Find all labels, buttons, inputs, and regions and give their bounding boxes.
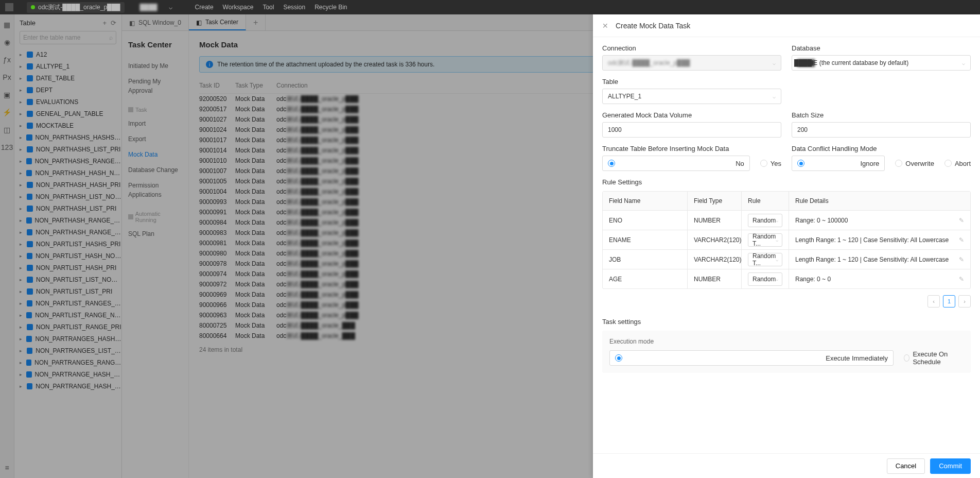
menu-workspace[interactable]: Workspace [223,4,254,11]
label-truncate: Truncate Table Before Inserting Mock Dat… [602,145,781,152]
col-rule-details: Rule Details [789,192,970,210]
rule-select[interactable]: Random⌵ [748,272,782,286]
label-exec-mode: Execution mode [609,338,964,345]
rule-row: JOBVARCHAR2(120)Random T...⌵Length Range… [603,249,970,269]
radio-conflict-overwrite[interactable]: Overwrite [895,160,934,167]
radio-exec-schedule[interactable]: Execute On Schedule [904,350,964,366]
radio-conflict-ignore[interactable]: Ignore [792,156,885,171]
menu-recyclebin[interactable]: Recycle Bin [314,4,347,11]
cancel-button[interactable]: Cancel [887,458,925,474]
connection-name: odc测试-████_oracle_p███ [38,3,120,12]
menu-create[interactable]: Create [195,4,214,11]
radio-truncate-no[interactable]: No [602,156,750,171]
radio-truncate-yes[interactable]: Yes [760,160,781,167]
label-connection: Connection [602,44,781,52]
chevron-down-icon: ⌵ [776,218,778,223]
close-icon[interactable]: ✕ [602,22,608,30]
create-mock-drawer: ✕ Create Mock Data Task Connection odc测试… [593,14,980,478]
rule-row: ENAMEVARCHAR2(120)Random T...⌵Length Ran… [603,230,970,249]
chevron-down-icon[interactable]: ⌵ [169,4,172,11]
select-table[interactable]: ALLTYPE_1⌵ [602,89,781,104]
page-1[interactable]: 1 [943,295,955,308]
col-field-type: Field Type [688,192,742,210]
radio-exec-immediately[interactable]: Execute Immediately [609,350,894,366]
pagination: ‹ 1 › [602,295,971,308]
edit-icon[interactable]: ✎ [959,217,964,224]
label-volume: Generated Mock Data Volume [602,111,781,119]
rule-row: AGENUMBERRandom⌵Range: 0 ~ 0✎ [603,269,970,288]
label-database: Database [792,44,971,52]
edit-icon[interactable]: ✎ [959,236,964,244]
rule-select[interactable]: Random T...⌵ [748,233,782,247]
rule-row: ENONUMBERRandom⌵Range: 0 ~ 100000✎ [603,210,970,230]
radio-conflict-abort[interactable]: Abort [944,160,971,167]
label-batch: Batch Size [792,111,971,119]
rule-select[interactable]: Random T...⌵ [748,253,782,266]
chevron-down-icon: ⌵ [773,94,776,99]
edit-icon[interactable]: ✎ [959,256,964,263]
menu-tool[interactable]: Tool [262,4,274,11]
chevron-down-icon: ⌵ [776,257,778,262]
current-user[interactable]: ████ [140,4,157,11]
chevron-down-icon: ⌵ [776,237,778,243]
section-task-settings: Task settings [602,318,971,326]
rule-select[interactable]: Random⌵ [748,214,782,227]
select-connection: odc测试-████_oracle_p███⌵ [602,55,781,71]
col-rule: Rule [742,192,789,210]
input-volume[interactable]: 1000 [602,122,781,138]
input-batch[interactable]: 200 [792,122,971,138]
label-conflict: Data Conflict Handling Mode [792,145,971,152]
page-prev[interactable]: ‹ [927,295,940,308]
label-table: Table [602,78,781,86]
connection-badge[interactable]: odc测试-████_oracle_p███ [27,2,125,13]
status-dot-icon [31,5,35,9]
topbar: odc测试-████_oracle_p███ ████ ⌵ Create Wor… [0,0,980,14]
menu-session[interactable]: Session [283,4,305,11]
rule-table: Field Name Field Type Rule Rule Details … [602,191,971,289]
edit-icon[interactable]: ✎ [959,276,964,283]
page-next[interactable]: › [958,295,971,308]
chevron-down-icon: ⌵ [773,60,776,66]
drawer-title: Create Mock Data Task [616,22,690,30]
chevron-down-icon: ⌵ [962,60,965,66]
logo-icon [5,3,13,11]
section-rule-settings: Rule Settings [602,178,971,186]
select-database[interactable]: ████████IE (the current database by defa… [792,55,971,71]
col-field-name: Field Name [603,192,688,210]
commit-button[interactable]: Commit [930,458,971,474]
chevron-down-icon: ⌵ [776,277,778,282]
